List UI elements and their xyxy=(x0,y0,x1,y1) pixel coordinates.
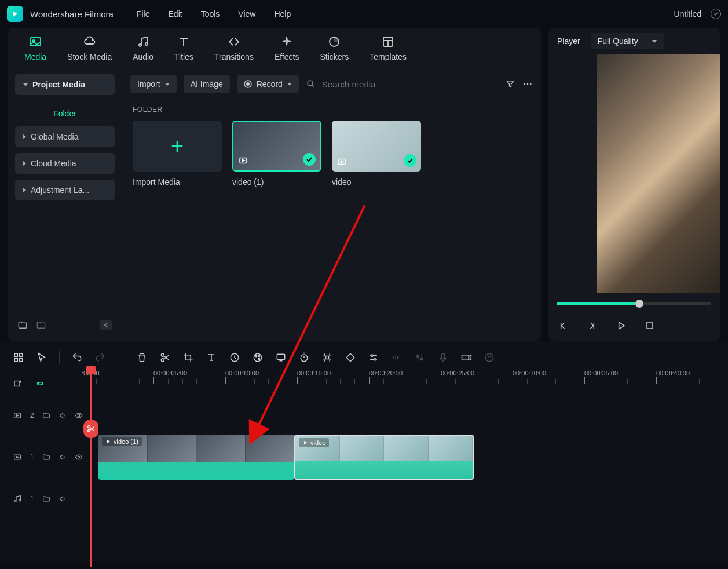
grid-tool-icon[interactable] xyxy=(13,352,24,363)
record-icon xyxy=(244,80,252,88)
ruler-label: 00:00:15:00 xyxy=(297,370,369,377)
player-progress[interactable] xyxy=(557,302,711,305)
tab-effects[interactable]: Effects xyxy=(275,35,299,61)
media-browser: Import AI Image Record xyxy=(122,68,541,341)
record-button[interactable]: Record xyxy=(237,75,299,93)
collapse-sidebar-button[interactable] xyxy=(100,320,112,330)
split-button[interactable] xyxy=(159,352,171,363)
track-lane[interactable]: video (1) video xyxy=(98,433,728,481)
screen-button[interactable] xyxy=(275,352,287,363)
clip-icon xyxy=(238,155,248,166)
media-thumb[interactable]: video xyxy=(332,121,421,187)
redo-button[interactable] xyxy=(94,352,106,363)
add-track-button[interactable] xyxy=(13,378,23,389)
svg-rect-17 xyxy=(14,359,17,362)
menu-file[interactable]: File xyxy=(137,9,150,19)
eye-icon[interactable] xyxy=(75,411,83,420)
track-motion-button[interactable] xyxy=(321,352,333,363)
folder-icon[interactable] xyxy=(42,453,50,461)
track-a1: 1 xyxy=(13,481,728,517)
import-media-tile[interactable]: + Import Media xyxy=(133,121,222,187)
image-icon xyxy=(28,35,42,49)
tab-audio[interactable]: Audio xyxy=(133,35,153,61)
track-type-icon xyxy=(13,494,22,504)
thumb-label: Import Media xyxy=(133,177,222,187)
tab-stickers[interactable]: Stickers xyxy=(320,35,349,61)
play-button[interactable] xyxy=(615,320,627,331)
sidebar-item-adjustment-layers[interactable]: Adjustment La... xyxy=(15,180,115,200)
chevron-right-icon xyxy=(23,188,26,192)
menu-tools[interactable]: Tools xyxy=(201,9,220,19)
voice-icon[interactable] xyxy=(437,352,449,363)
menu-help[interactable]: Help xyxy=(274,9,291,19)
media-thumb[interactable]: video (1) xyxy=(232,121,321,187)
playhead-split-button[interactable] xyxy=(83,420,98,438)
quality-label: Full Quality xyxy=(598,37,638,46)
playhead-handle[interactable] xyxy=(86,366,96,374)
svg-rect-28 xyxy=(326,356,329,359)
tab-titles[interactable]: Titles xyxy=(174,35,193,61)
timeline-clip[interactable]: video (1) xyxy=(98,435,294,480)
timeline-ruler[interactable]: :00:00 00:00:05:00 00:00:10:00 00:00:15:… xyxy=(82,370,728,397)
playhead[interactable] xyxy=(90,370,92,567)
ai-image-button[interactable]: AI Image xyxy=(184,75,230,93)
render-button[interactable] xyxy=(460,352,472,363)
transitions-icon xyxy=(227,35,241,49)
text-tool-button[interactable] xyxy=(206,352,217,363)
next-frame-button[interactable] xyxy=(586,320,598,331)
mixer-icon[interactable] xyxy=(414,352,426,363)
sidebar-item-project-media[interactable]: Project Media xyxy=(15,74,115,95)
speaker-icon[interactable] xyxy=(58,495,67,503)
svg-point-9 xyxy=(524,83,525,85)
menu-edit[interactable]: Edit xyxy=(169,9,182,19)
speaker-icon[interactable] xyxy=(58,453,67,461)
sidebar-folder-label[interactable]: Folder xyxy=(15,101,115,126)
adjust-button[interactable] xyxy=(368,352,379,363)
track-lane[interactable] xyxy=(98,397,728,433)
search-input[interactable] xyxy=(322,79,498,89)
timer-button[interactable] xyxy=(298,352,310,363)
export-icon[interactable] xyxy=(484,352,495,363)
track-number: 1 xyxy=(30,495,34,503)
tab-stock-media[interactable]: Stock Media xyxy=(67,35,112,61)
project-title[interactable]: Untitled xyxy=(674,9,701,19)
import-button[interactable]: Import xyxy=(130,75,177,93)
menu-view[interactable]: View xyxy=(238,9,255,19)
tab-templates[interactable]: Templates xyxy=(370,35,407,61)
folder-icon[interactable] xyxy=(36,320,46,330)
sidebar-item-cloud-media[interactable]: Cloud Media xyxy=(15,153,115,174)
more-icon[interactable] xyxy=(522,79,533,89)
audio-tool-icon[interactable] xyxy=(391,352,403,363)
folder-new-icon[interactable] xyxy=(17,320,28,330)
color-button[interactable] xyxy=(252,352,264,363)
speed-button[interactable] xyxy=(229,352,240,363)
prev-frame-button[interactable] xyxy=(557,320,569,331)
stop-button[interactable] xyxy=(644,320,656,331)
delete-button[interactable] xyxy=(136,352,148,363)
undo-button[interactable] xyxy=(71,352,83,363)
eye-icon[interactable] xyxy=(75,453,83,461)
timeline-clip-selected[interactable]: video xyxy=(294,435,474,480)
keyframe-button[interactable] xyxy=(345,352,356,363)
preview-viewport[interactable] xyxy=(597,54,720,293)
filter-icon[interactable] xyxy=(505,79,515,89)
progress-handle[interactable] xyxy=(635,300,643,308)
track-lane[interactable] xyxy=(98,481,728,517)
cloud-status-icon[interactable] xyxy=(711,9,721,19)
check-badge-icon xyxy=(404,154,416,167)
tab-transitions[interactable]: Transitions xyxy=(214,35,254,61)
speaker-icon[interactable] xyxy=(58,411,67,420)
titlebar: Wondershare Filmora File Edit Tools View… xyxy=(0,0,728,28)
svg-rect-26 xyxy=(277,354,284,359)
cursor-tool-icon[interactable] xyxy=(36,352,47,363)
crop-button[interactable] xyxy=(182,352,194,363)
quality-select[interactable]: Full Quality xyxy=(591,33,664,49)
link-button[interactable] xyxy=(35,378,45,389)
tab-media[interactable]: Media xyxy=(24,35,46,61)
app-name: Wondershare Filmora xyxy=(30,9,114,19)
folder-icon[interactable] xyxy=(42,411,50,420)
sparkle-icon xyxy=(280,35,294,49)
folder-icon[interactable] xyxy=(42,495,50,503)
svg-rect-36 xyxy=(14,381,20,386)
sidebar-item-global-media[interactable]: Global Media xyxy=(15,126,115,147)
